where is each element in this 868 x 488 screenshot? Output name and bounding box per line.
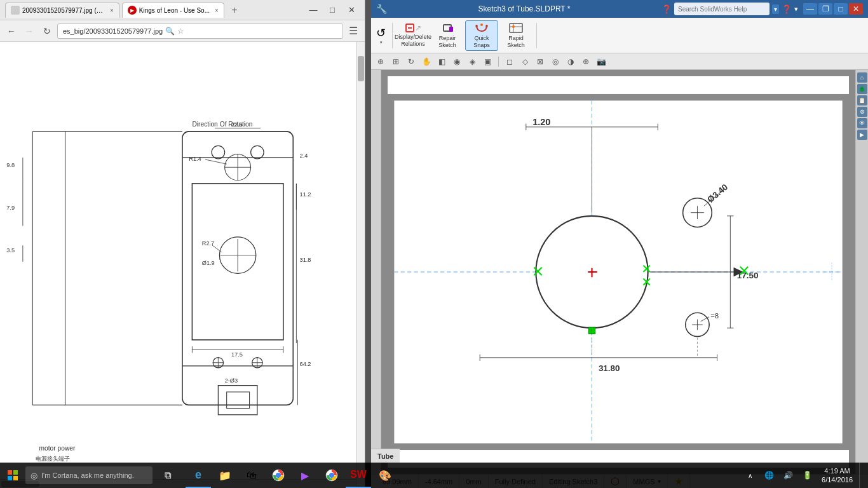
snap-button[interactable]: ⊕ [579, 55, 593, 68]
edge-icon: e [195, 468, 201, 482]
display-delete-label: Display/Delete Relations [395, 34, 431, 48]
sw-toolbar2: ⊕ ⊞ ↻ ✋ ◧ ◉ ◈ ▣ ◻ ◇ ⊠ ◎ ◑ ⊕ 📷 [371, 53, 868, 70]
new-tab-button[interactable]: + [227, 3, 242, 18]
taskbar-explorer-button[interactable]: 📁 [212, 463, 238, 488]
address-bar[interactable]: es_big/20093301520579977.jpg 🔍 ☆ [57, 24, 343, 39]
bookmark-icon[interactable]: ☆ [177, 27, 184, 36]
maximize-button[interactable]: □ [324, 4, 341, 17]
sw-title-icon: 🔧 [376, 4, 387, 14]
search-icon[interactable]: 🔍 [165, 27, 175, 36]
display-style-button[interactable]: ▣ [480, 55, 494, 68]
chrome-icon [272, 469, 285, 482]
vertical-scrollbar[interactable] [356, 42, 365, 488]
tray-clock[interactable]: 4:19 AM 6/14/2016 [818, 466, 857, 485]
taskbar-paint-button[interactable]: 🎨 [372, 463, 398, 488]
refresh-button[interactable]: ↻ [39, 24, 55, 39]
browser-tab-2[interactable]: ▶ Kings of Leon - Use So... × [122, 3, 224, 18]
zoom-in-button[interactable]: ⊞ [389, 55, 403, 68]
tray-arrow-button[interactable]: ∧ [742, 463, 758, 488]
hide-show-button[interactable]: ◻ [503, 55, 517, 68]
svg-text:2.4: 2.4 [300, 152, 308, 159]
cortana-search[interactable]: ◎ I'm Cortana, ask me anything. [25, 466, 153, 484]
rotate-button[interactable]: ↻ [404, 55, 418, 68]
svg-text:Direction Of Rotation: Direction Of Rotation [192, 121, 252, 128]
zoom-to-fit-button[interactable]: ⊕ [374, 55, 388, 68]
camera-button[interactable]: 📷 [594, 55, 608, 68]
sw-minimize[interactable]: — [803, 3, 817, 15]
sw-search-area: ❓ ▾ ❓ ▾ [661, 3, 798, 15]
tab2-favicon: ▶ [128, 6, 137, 15]
tab2-close[interactable]: × [215, 7, 219, 14]
svg-text:2-Ø3: 2-Ø3 [225, 377, 238, 384]
back-button[interactable]: ← [4, 24, 19, 39]
tray-battery-button[interactable]: 🔋 [799, 463, 815, 488]
repair-sketch-label: Repair Sketch [432, 35, 463, 49]
browser-content: Direction Of Rotation 22.5 R1.4 2.4 R2.7 [0, 42, 365, 488]
taskbar-apps: e 📁 🛍 ▶ [186, 463, 398, 488]
menu-button[interactable]: ☰ [346, 24, 361, 39]
sw-close[interactable]: ✕ [849, 3, 863, 15]
rp-prop-button[interactable]: 📋 [857, 95, 867, 105]
quick-snaps-button[interactable]: Quick Snaps [465, 20, 498, 51]
paper-sheet: 1.20 Ø3.40 17.50 [388, 76, 849, 468]
sw-search-dropdown[interactable]: ▾ [772, 4, 779, 14]
svg-rect-107 [13, 476, 18, 480]
render-button[interactable]: ◉ [450, 55, 464, 68]
svg-rect-56 [510, 24, 522, 32]
taskbar-solidworks-button[interactable]: SW [346, 463, 371, 488]
undo-button[interactable]: ↺ ▾ [374, 25, 388, 46]
rp-home-button[interactable]: ⌂ [857, 72, 867, 83]
browser-window: 20093301520579977.jpg (7... × ▶ Kings of… [0, 0, 365, 488]
sw-viewport[interactable]: 1.20 Ø3.40 17.50 [381, 70, 855, 474]
show-desktop-button[interactable] [859, 463, 863, 488]
scroll-thumb-vertical[interactable] [358, 56, 364, 81]
rapid-sketch-icon [508, 22, 524, 34]
sw-restore-down[interactable]: ❐ [818, 3, 832, 15]
svg-text:Ø1.9: Ø1.9 [202, 260, 215, 266]
sw-win-controls: — ❐ □ ✕ [803, 3, 863, 15]
window-gap [365, 0, 371, 463]
sw-title-text: Sketch3 of Tube.SLDPRT * [392, 4, 656, 13]
view-orientation-button[interactable]: ◈ [465, 55, 479, 68]
rp-tree-button[interactable]: 🌲 [857, 84, 867, 94]
sw-arrow-icon[interactable]: ▾ [794, 5, 798, 13]
repair-sketch-button[interactable]: Repair Sketch [431, 20, 464, 51]
rp-motion-button[interactable]: ▶ [857, 130, 867, 140]
rp-config-button[interactable]: ⚙ [857, 107, 867, 117]
sw-search-input[interactable] [674, 3, 770, 15]
tab1-close[interactable]: × [110, 7, 114, 14]
tab2-label: Kings of Leon - Use So... [139, 7, 210, 14]
taskbar-chrome-button[interactable] [266, 463, 291, 488]
view-toolbar-btn[interactable]: ⊠ [533, 55, 547, 68]
dimension-button[interactable]: ◎ [548, 55, 562, 68]
section-view-button[interactable]: ◧ [435, 55, 449, 68]
sw-main: 1.20 Ø3.40 17.50 [371, 70, 868, 474]
display-delete-relations-button[interactable]: ↗ Display/Delete Relations [397, 20, 430, 51]
solidworks-icon: SW [350, 469, 367, 480]
sketch-button[interactable]: ◑ [564, 55, 578, 68]
tray-volume-button[interactable]: 🔊 [780, 463, 796, 488]
windows-logo-icon [8, 470, 18, 480]
start-button[interactable] [0, 463, 25, 488]
pan-button[interactable]: ✋ [419, 55, 433, 68]
tray-network-button[interactable]: 🌐 [761, 463, 777, 488]
task-view-button[interactable]: ⧉ [155, 463, 180, 488]
taskbar-chrome2-button[interactable] [319, 463, 344, 488]
svg-text:9.8: 9.8 [6, 162, 15, 168]
taskbar-media-button[interactable]: ▶ [292, 463, 318, 488]
taskbar-edge-button[interactable]: e [186, 463, 211, 488]
rp-display-button[interactable]: 👁 [857, 118, 867, 128]
taskbar-store-button[interactable]: 🛍 [239, 463, 264, 488]
svg-rect-104 [8, 470, 12, 475]
svg-text:31.80: 31.80 [599, 363, 620, 373]
store-icon: 🛍 [247, 470, 257, 481]
browser-tab-1[interactable]: 20093301520579977.jpg (7... × [5, 3, 119, 18]
sw-maximize[interactable]: □ [834, 3, 848, 15]
forward-button[interactable]: → [22, 24, 37, 39]
minimize-button[interactable]: — [305, 4, 322, 17]
close-button[interactable]: ✕ [343, 4, 360, 17]
rapid-sketch-button[interactable]: Rapid Sketch [499, 20, 532, 51]
appearance-button[interactable]: ◇ [518, 55, 532, 68]
sw-help-icon[interactable]: ❓ [782, 4, 792, 14]
svg-text:64.2: 64.2 [300, 361, 311, 367]
